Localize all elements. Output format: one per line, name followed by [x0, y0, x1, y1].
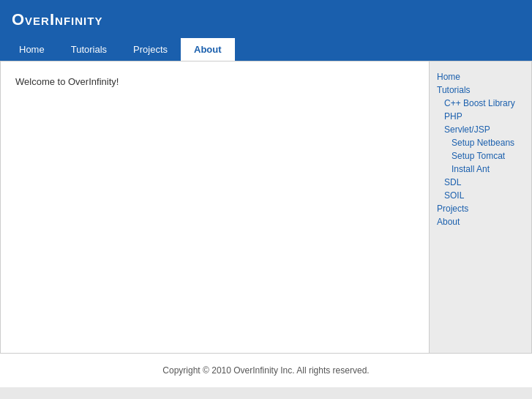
sidebar-link-sdl[interactable]: SDL [437, 176, 524, 189]
main-wrapper: Welcome to OverInfinity! HomeTutorialsC+… [0, 61, 532, 354]
copyright-text: Copyright © 2010 OverInfinity Inc. All r… [162, 365, 369, 376]
nav-home[interactable]: Home [6, 38, 58, 61]
sidebar-link-setup-tomcat[interactable]: Setup Tomcat [437, 149, 524, 163]
welcome-message: Welcome to OverInfinity! [15, 76, 414, 87]
nav-tutorials[interactable]: Tutorials [58, 38, 120, 61]
sidebar-link-about[interactable]: About [437, 215, 524, 228]
nav-projects[interactable]: Projects [120, 38, 181, 61]
site-title: OverInfinity [12, 10, 102, 29]
sidebar-link-soil[interactable]: SOIL [437, 189, 524, 202]
navbar: Home Tutorials Projects About [0, 38, 532, 61]
sidebar-link-install-ant[interactable]: Install Ant [437, 163, 524, 176]
sidebar-link-setup-netbeans[interactable]: Setup Netbeans [437, 136, 524, 149]
content-area: Welcome to OverInfinity! [1, 61, 429, 353]
sidebar: HomeTutorialsC++ Boost LibraryPHPServlet… [429, 61, 531, 353]
footer: Copyright © 2010 OverInfinity Inc. All r… [0, 354, 532, 387]
sidebar-link-php[interactable]: PHP [437, 110, 524, 123]
sidebar-link-c---boost-library[interactable]: C++ Boost Library [437, 97, 524, 110]
sidebar-link-home[interactable]: Home [437, 70, 524, 83]
site-header: OverInfinity [0, 0, 532, 38]
sidebar-link-servlet-jsp[interactable]: Servlet/JSP [437, 123, 524, 136]
nav-about[interactable]: About [181, 38, 235, 61]
sidebar-link-tutorials[interactable]: Tutorials [437, 83, 524, 97]
sidebar-link-projects[interactable]: Projects [437, 202, 524, 215]
